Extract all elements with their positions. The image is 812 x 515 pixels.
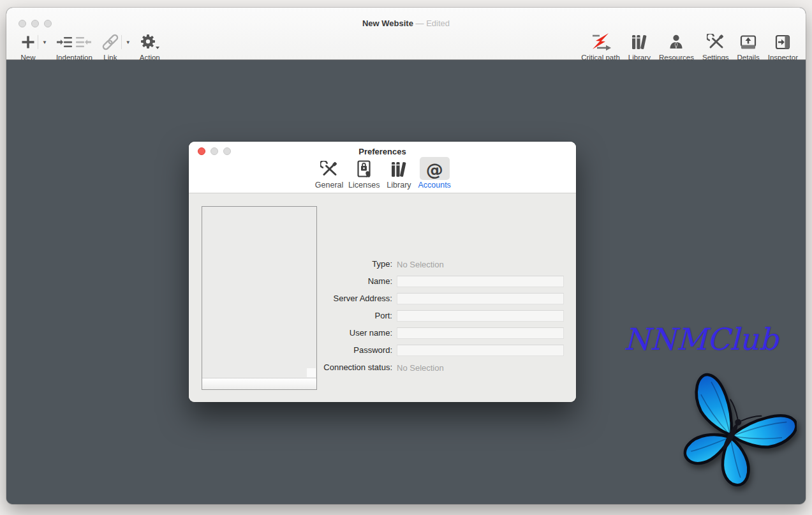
preferences-tabs: General: [189, 157, 576, 190]
tab-label: General: [315, 181, 343, 190]
titlebar-toolbar: New Website — Edited New ▼: [6, 8, 806, 60]
user-name-field[interactable]: [397, 327, 564, 339]
link-icon: [101, 34, 119, 50]
person-icon: [668, 34, 684, 50]
tab-accounts[interactable]: @ Accounts: [418, 157, 450, 190]
books-icon: [390, 161, 408, 178]
details-button[interactable]: Details: [737, 32, 760, 61]
tab-general[interactable]: General: [314, 157, 344, 190]
edited-status: Edited: [426, 19, 450, 28]
chevron-down-icon[interactable]: ▼: [42, 40, 47, 45]
preferences-header: Preferences General: [189, 142, 576, 193]
type-value: No Selection: [397, 260, 444, 269]
field-label: User name:: [189, 328, 392, 338]
password-field[interactable]: [397, 345, 564, 356]
inspector-button[interactable]: Inspector: [768, 32, 798, 61]
form-row-port: Port:: [189, 307, 563, 324]
connection-status-value: No Selection: [397, 363, 444, 373]
server-address-field[interactable]: [397, 293, 564, 304]
butterfly-image: [666, 371, 797, 499]
license-doc-icon: [357, 160, 372, 178]
name-field[interactable]: [397, 276, 564, 287]
divider: [121, 35, 122, 49]
books-icon: [630, 34, 648, 50]
inspector-icon: [774, 34, 792, 50]
accounts-list-footer: [202, 378, 316, 389]
gear-icon: [140, 34, 160, 50]
field-label: Password:: [189, 345, 392, 355]
form-row-name: Name:: [189, 272, 563, 290]
field-label: Connection status:: [189, 362, 392, 372]
resources-button[interactable]: Resources: [659, 32, 694, 61]
critical-path-button[interactable]: Critical path: [581, 32, 620, 61]
divider: [38, 35, 38, 49]
critical-path-icon: [589, 33, 612, 52]
account-form: Type: No Selection Name: Server Address:…: [189, 255, 563, 376]
port-field[interactable]: [397, 310, 564, 322]
library-button[interactable]: Library: [628, 32, 651, 61]
form-row-server-address: Server Address:: [189, 290, 563, 307]
toolbar-right: Critical path Library: [573, 32, 798, 61]
title-separator: —: [416, 19, 424, 28]
chevron-down-icon[interactable]: ▼: [126, 40, 131, 45]
tab-library[interactable]: Library: [383, 157, 414, 190]
action-button[interactable]: Action: [140, 32, 160, 61]
accounts-pane: Type: No Selection Name: Server Address:…: [189, 193, 576, 402]
plus-icon: [20, 34, 36, 50]
tab-label: Accounts: [418, 181, 450, 190]
field-label: Server Address:: [189, 294, 392, 303]
document-canvas[interactable]: NNMClub: [6, 60, 806, 504]
toolbar-left: New ▼ Indentation: [20, 32, 160, 61]
field-label: Name:: [189, 276, 392, 286]
tools-icon: [320, 161, 338, 178]
preferences-dialog: Preferences General: [189, 142, 576, 402]
tab-licenses[interactable]: Licenses: [348, 157, 380, 190]
dialog-title: Preferences: [189, 147, 576, 156]
new-button[interactable]: New: [20, 32, 36, 61]
field-label: Type:: [189, 259, 392, 269]
document-title: New Website: [362, 19, 413, 28]
form-row-password: Password:: [189, 341, 563, 359]
link-button[interactable]: Link: [101, 32, 119, 61]
tools-icon: [707, 34, 725, 50]
indentation-button[interactable]: Indentation: [56, 32, 92, 61]
form-row-user-name: User name:: [189, 324, 563, 341]
window-title: New Website — Edited: [6, 19, 806, 28]
indentation-icon: [57, 35, 91, 49]
tab-label: Licenses: [348, 181, 380, 190]
app-window: New Website — Edited New ▼: [6, 8, 806, 504]
field-label: Port:: [189, 311, 392, 320]
form-row-type: Type: No Selection: [189, 255, 563, 272]
tab-label: Library: [387, 181, 411, 190]
watermark-text: NNMClub: [624, 322, 806, 357]
settings-button[interactable]: Settings: [702, 32, 729, 61]
form-row-connection-status: Connection status: No Selection: [189, 359, 563, 376]
at-icon: @: [426, 161, 443, 178]
tray-up-icon: [739, 34, 757, 50]
